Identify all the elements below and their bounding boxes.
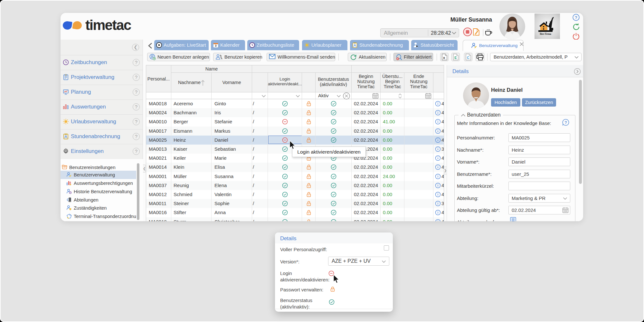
svg-text:x: x	[443, 56, 445, 60]
svg-text:3: 3	[215, 44, 216, 47]
svg-text:Ihre Firma: Ihre Firma	[540, 33, 551, 35]
svg-text:?: ?	[575, 15, 577, 20]
svg-text:?: ?	[564, 120, 567, 125]
svg-text:E: E	[454, 56, 457, 60]
svg-text:C: C	[467, 56, 469, 60]
